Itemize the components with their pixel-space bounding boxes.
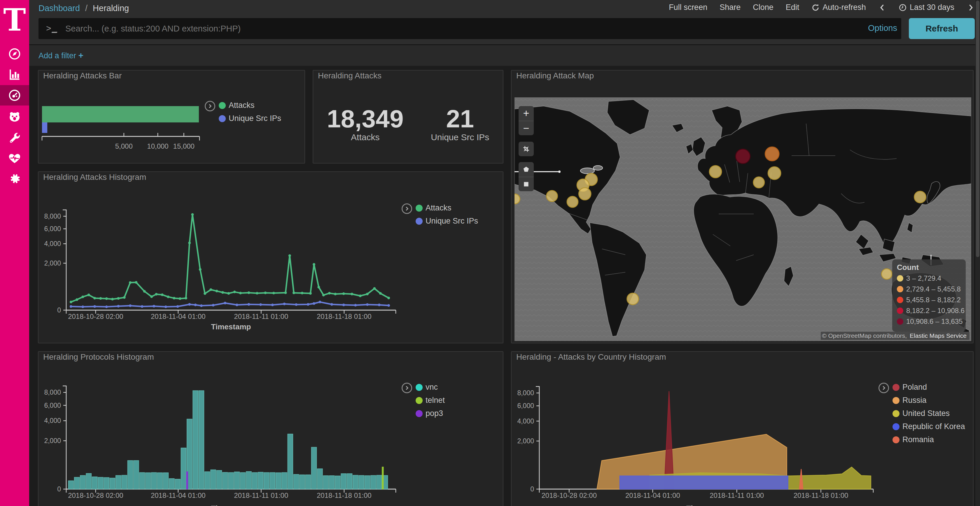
legend-item-romania[interactable]: Romania <box>892 435 965 444</box>
bar-vnc <box>216 470 222 489</box>
attack-location-dot[interactable] <box>546 190 557 202</box>
svg-text:6,000: 6,000 <box>44 402 61 409</box>
breadcrumb-dashboard-link[interactable]: Dashboard <box>38 3 80 13</box>
sidebar-item-dev-tools[interactable] <box>0 128 29 148</box>
svg-text:2,000: 2,000 <box>44 259 61 267</box>
legend-color-dot <box>897 286 903 292</box>
bar-vnc <box>110 478 115 489</box>
panel-title[interactable]: Heralding Attacks <box>318 71 382 81</box>
square-icon <box>522 181 530 188</box>
zoom-in-button[interactable]: + <box>519 106 534 121</box>
nav-edit[interactable]: Edit <box>786 3 799 12</box>
legend-label: United States <box>902 409 950 418</box>
bar-vnc <box>86 473 91 489</box>
attack-location-dot[interactable] <box>765 147 779 161</box>
bar-chart-icon <box>8 68 21 81</box>
bar-vnc <box>211 470 216 489</box>
add-filter-link[interactable]: Add a filter + <box>38 51 83 60</box>
attacks-histogram-chart[interactable]: 8,0006,0004,0002,00002018-10-28 02:00201… <box>38 172 503 343</box>
legend-toggle-button[interactable] <box>205 101 215 111</box>
sidebar-item-visualize[interactable] <box>0 64 29 84</box>
legend-item-unique-src-ips[interactable]: Unique Src IPs <box>219 114 281 123</box>
svg-text:2018-11-11 01:00: 2018-11-11 01:00 <box>234 312 288 320</box>
legend-item-attacks[interactable]: Attacks <box>415 203 478 213</box>
attack-location-dot[interactable] <box>881 269 892 279</box>
panel-title[interactable]: Heralding - Attacks by Country Histogram <box>516 352 666 362</box>
bar-vnc <box>75 477 80 489</box>
map-legend-row: 2,729.4 – 5,455.8 <box>897 285 961 293</box>
bar-attacks[interactable] <box>42 106 199 122</box>
legend-item-poland[interactable]: Poland <box>892 383 965 392</box>
panel-title[interactable]: Heralding Protocols Histogram <box>43 352 154 362</box>
nav-full-screen[interactable]: Full screen <box>669 3 707 12</box>
legend-item-vnc[interactable]: vnc <box>415 383 445 392</box>
legend-item-russia[interactable]: Russia <box>892 396 965 405</box>
polygon-icon <box>522 165 530 173</box>
legend-item-pop3[interactable]: pop3 <box>415 409 445 418</box>
bar-vnc <box>181 448 186 489</box>
map-zoom-controls: + − <box>519 106 534 135</box>
bar-vnc <box>317 469 323 489</box>
topnav-actions: Full screenShareCloneEditAuto-refreshLas… <box>669 3 975 12</box>
attack-location-dot[interactable] <box>567 197 578 208</box>
metric-value: 18,349 <box>327 106 404 132</box>
bar-vnc <box>341 474 346 489</box>
legend-item-telnet[interactable]: telnet <box>415 396 445 405</box>
bar-vnc <box>377 475 382 489</box>
sidebar-item-discover[interactable] <box>0 44 29 64</box>
sidebar-item-monitoring[interactable] <box>0 148 29 168</box>
bar-vnc <box>151 473 157 489</box>
attack-location-dot[interactable] <box>915 191 926 203</box>
legend-item-republic-of-korea[interactable]: Republic of Korea <box>892 422 965 431</box>
search-input[interactable] <box>38 18 901 39</box>
scrollbar-thumb[interactable] <box>976 1 979 257</box>
bar-pop3 <box>186 472 188 489</box>
legend-item-unique-src-ips[interactable]: Unique Src IPs <box>415 217 478 225</box>
zoom-out-button[interactable]: − <box>519 121 534 135</box>
panel-title[interactable]: Heralding Attack Map <box>516 71 594 81</box>
attack-location-dot[interactable] <box>768 167 781 179</box>
options-link[interactable]: Options <box>868 23 897 33</box>
attack-location-dot[interactable] <box>710 165 722 178</box>
svg-text:0: 0 <box>530 485 534 493</box>
bar-unique-src-ips[interactable] <box>42 122 47 133</box>
world-map[interactable]: + − Count 3 – 2,729.42,729.4 – 5,455.85, <box>514 97 971 341</box>
refresh-button[interactable]: Refresh <box>909 18 975 39</box>
draw-polygon-button[interactable] <box>519 162 534 177</box>
legend-toggle-button[interactable] <box>402 203 412 214</box>
legend-toggle-button[interactable] <box>878 383 889 393</box>
legend-item-attacks[interactable]: Attacks <box>219 101 281 110</box>
legend-color-dot <box>892 436 899 443</box>
svg-text:2018-10-28 02:00: 2018-10-28 02:00 <box>68 312 123 320</box>
attack-location-dot[interactable] <box>627 293 639 305</box>
legend-toggle-button[interactable] <box>402 383 412 393</box>
legend-label: pop3 <box>426 409 443 418</box>
attack-location-dot[interactable] <box>753 177 764 188</box>
fit-data-bounds-button[interactable] <box>519 142 534 156</box>
nav-share[interactable]: Share <box>719 3 741 12</box>
bar-vnc <box>157 473 162 489</box>
sidebar-item-dashboard[interactable] <box>0 85 29 106</box>
nav-time-forward-button[interactable] <box>967 3 975 12</box>
legend: AttacksUnique Src IPs <box>205 101 281 127</box>
panel-title[interactable]: Heralding Attacks Histogram <box>43 173 146 182</box>
bar-vnc <box>193 390 198 489</box>
protocols-histogram-chart[interactable]: 8,0006,0004,0002,00002018-10-28 02:00201… <box>38 352 503 506</box>
telekom-logo[interactable]: T <box>0 4 29 36</box>
sidebar-item-management[interactable] <box>0 168 29 189</box>
legend-item-united-states[interactable]: United States <box>892 409 965 418</box>
draw-rectangle-button[interactable] <box>519 177 534 191</box>
svg-text:8,000: 8,000 <box>44 213 61 220</box>
nav-auto-refresh[interactable]: Auto-refresh <box>811 3 866 12</box>
sidebar-item-t-pot[interactable] <box>0 107 29 127</box>
attack-location-dot[interactable] <box>736 149 750 163</box>
attack-location-dot[interactable] <box>579 188 591 200</box>
nav-time-back-button[interactable] <box>878 3 886 12</box>
nav-time-range[interactable]: Last 30 days <box>899 3 955 12</box>
page-scrollbar[interactable] <box>975 0 980 506</box>
svg-text:Timestamp: Timestamp <box>686 504 726 506</box>
panel-title[interactable]: Heralding Attacks Bar <box>43 71 122 81</box>
svg-text:4,000: 4,000 <box>517 417 534 425</box>
legend-color-dot <box>892 423 899 430</box>
nav-clone[interactable]: Clone <box>753 3 773 12</box>
